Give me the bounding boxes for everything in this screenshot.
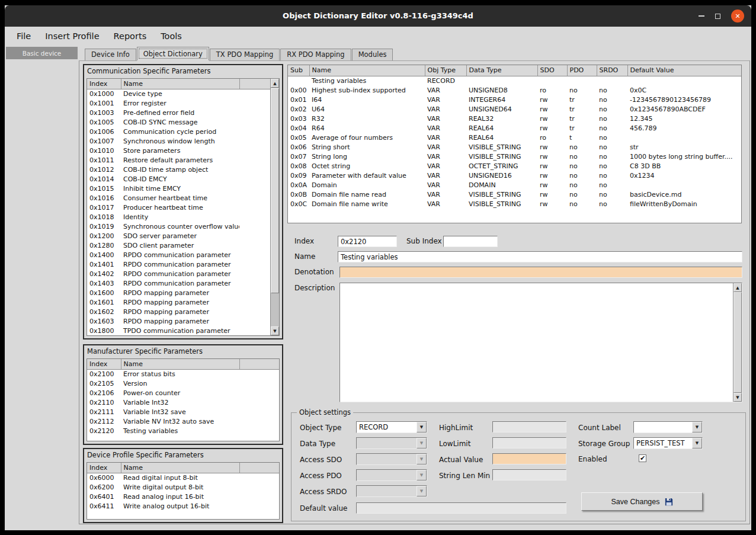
table-cell[interactable]: no (567, 199, 597, 209)
table-cell[interactable]: no (567, 190, 597, 199)
table-cell[interactable]: DOMAIN (466, 180, 537, 190)
table-cell[interactable]: RECORD (425, 76, 466, 85)
minimize-icon[interactable] (699, 15, 704, 17)
table-row[interactable]: 0x1001Error register (87, 98, 270, 108)
scrollbar-thumb[interactable] (271, 88, 279, 293)
table-cell[interactable]: 0x2100 (87, 369, 121, 379)
table-cell[interactable]: Write analog output 16-bit (121, 501, 239, 511)
scroll-up-icon[interactable]: ▲ (733, 283, 742, 292)
table-cell[interactable]: TPDO communication parameter (121, 326, 239, 335)
column-header-obj-type[interactable]: Obj Type (425, 65, 466, 76)
table-cell[interactable]: 0x1603 (87, 316, 121, 326)
table-cell[interactable]: 0x1234567890ABCDEF (627, 104, 741, 114)
table-cell[interactable]: 0x1602 (87, 307, 121, 316)
table-cell[interactable]: UNSIGNED64 (466, 104, 537, 114)
chevron-down-icon[interactable]: ▼ (692, 422, 702, 433)
table-cell[interactable]: 0x0C (288, 199, 309, 209)
table-cell[interactable]: UNSIGNED8 (466, 85, 537, 95)
table-cell[interactable]: Domain (309, 180, 425, 190)
table-row[interactable]: 0x1017Producer heartbeat time (87, 203, 270, 212)
table-cell[interactable]: VAR (425, 199, 466, 209)
table-cell[interactable]: no (597, 199, 627, 209)
table-row[interactable]: 0x1602RPDO mapping parameter (87, 307, 270, 316)
table-cell[interactable]: Average of four numbers (309, 133, 425, 142)
table-cell[interactable]: 0x04 (288, 123, 309, 133)
table-cell[interactable]: VAR (425, 180, 466, 190)
table-cell[interactable]: 0x1014 (87, 174, 121, 184)
denotation-input[interactable] (339, 267, 742, 278)
table-cell[interactable]: RPDO communication parameter (121, 260, 239, 269)
access-sdo-combo[interactable]: ▼ (356, 453, 427, 465)
table-cell[interactable]: Variable NV Int32 auto save (121, 417, 239, 426)
table-cell[interactable]: 0x09 (288, 171, 309, 180)
table-row[interactable]: 0x1280SDO client parameter (87, 241, 270, 250)
table-cell[interactable]: RPDO mapping parameter (121, 288, 239, 297)
chevron-down-icon[interactable]: ▼ (417, 470, 427, 480)
table-cell[interactable]: rw (537, 161, 567, 171)
table-cell[interactable]: String short (309, 142, 425, 152)
table-cell[interactable]: String long (309, 152, 425, 161)
default-value-input[interactable] (356, 502, 566, 514)
table-row[interactable]: 0x06String shortVARVISIBLE_STRINGrwnonos… (288, 142, 741, 152)
table-cell[interactable]: Domain file name read (309, 190, 425, 199)
column-header-name[interactable]: Name (121, 359, 239, 369)
scrollbar-track[interactable] (733, 292, 742, 393)
table-cell[interactable]: RPDO communication parameter (121, 250, 239, 260)
table-cell[interactable]: VISIBLE_STRING (466, 142, 537, 152)
table-row[interactable]: 0x2105Version (87, 379, 279, 388)
chevron-down-icon[interactable]: ▼ (692, 438, 702, 448)
table-cell[interactable]: rw (537, 95, 567, 104)
table-cell[interactable]: Pre-defined error field (121, 108, 239, 117)
table-cell[interactable]: VAR (425, 133, 466, 142)
enabled-checkbox[interactable]: ✔ (639, 454, 646, 462)
table-cell[interactable] (288, 76, 309, 85)
table-row[interactable]: 0x1006Communication cycle period (87, 127, 270, 136)
table-cell[interactable]: no (567, 180, 597, 190)
table-cell[interactable]: 0x03 (288, 114, 309, 123)
table-cell[interactable]: Store parameters (121, 146, 239, 155)
table-cell[interactable]: VAR (425, 190, 466, 199)
maximize-icon[interactable] (715, 14, 720, 19)
table-cell[interactable]: no (597, 104, 627, 114)
table-cell[interactable]: Producer heartbeat time (121, 203, 239, 212)
chevron-down-icon[interactable]: ▼ (417, 454, 427, 464)
table-cell[interactable]: rw (537, 123, 567, 133)
menu-item-file[interactable]: File (17, 31, 31, 41)
table-row[interactable]: 0x07String longVARVISIBLE_STRINGrwnono10… (288, 152, 741, 161)
chevron-down-icon[interactable]: ▼ (417, 422, 427, 433)
table-row[interactable]: 0x1015Inhibit time EMCY (87, 184, 270, 193)
scroll-up-icon[interactable]: ▲ (271, 79, 279, 88)
string-len-min-input[interactable] (492, 469, 566, 480)
table-cell[interactable]: Synchronous window length (121, 136, 239, 146)
table-row[interactable]: 0x1011Restore default parameters (87, 155, 270, 165)
table-row[interactable]: 0x1600RPDO mapping parameter (87, 288, 270, 297)
scroll-down-icon[interactable]: ▼ (733, 393, 742, 402)
table-cell[interactable]: rw (537, 114, 567, 123)
data-type-combo[interactable]: ▼ (356, 437, 427, 449)
tab-object-dictionary[interactable]: Object Dictionary (137, 47, 209, 60)
column-header-sdo[interactable]: SDO (537, 65, 567, 76)
scroll-down-icon[interactable]: ▼ (271, 326, 279, 335)
table-cell[interactable]: tr (567, 104, 597, 114)
table-cell[interactable]: R64 (309, 123, 425, 133)
table-row[interactable]: 0x03R32VARREAL32rwtrno12.345 (288, 114, 741, 123)
table-cell[interactable]: 1000 bytes long string buffer.... (627, 152, 741, 161)
table-cell[interactable]: rw (537, 152, 567, 161)
table-cell[interactable]: VAR (425, 161, 466, 171)
menu-item-tools[interactable]: Tools (161, 31, 182, 41)
table-cell[interactable]: 0x1018 (87, 212, 121, 222)
tab-tx-pdo-mapping[interactable]: TX PDO Mapping (210, 49, 280, 60)
name-input[interactable] (338, 251, 742, 262)
table-row[interactable]: 0x0BDomain file name readVARVISIBLE_STRI… (288, 190, 741, 199)
table-cell[interactable]: REAL32 (466, 114, 537, 123)
table-cell[interactable]: VISIBLE_STRING (466, 152, 537, 161)
column-header-index[interactable]: Index (87, 359, 121, 369)
table-cell[interactable]: no (567, 142, 597, 152)
table-cell[interactable]: no (567, 161, 597, 171)
table-cell[interactable]: Read digital input 8-bit (121, 473, 239, 482)
table-row[interactable]: 0x1019Synchronous counter overflow value (87, 222, 270, 231)
table-cell[interactable]: rw (537, 199, 567, 209)
table-cell[interactable]: COB-ID EMCY (121, 174, 239, 184)
index-input[interactable] (338, 236, 397, 247)
table-row[interactable]: 0x2100Error status bits (87, 369, 279, 379)
